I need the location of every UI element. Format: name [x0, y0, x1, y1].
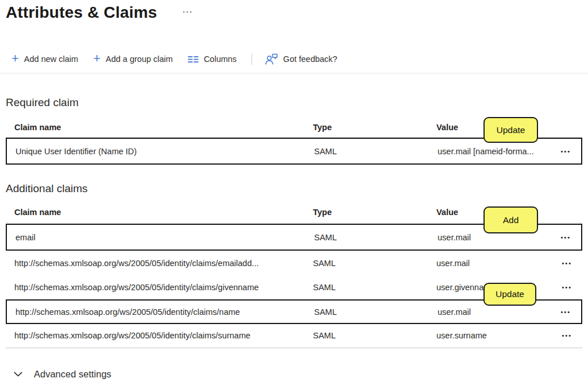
claim-type-cell: SAML	[314, 147, 337, 156]
command-bar: + Add new claim + Add a group claim	[11, 50, 337, 68]
row-context-menu-icon[interactable]: •••	[560, 234, 571, 241]
required-col-value: Value	[436, 123, 458, 132]
add-group-claim-button[interactable]: + Add a group claim	[93, 53, 173, 65]
annotation-update-name: Update	[483, 283, 536, 306]
row-context-menu-icon[interactable]: •••	[562, 260, 572, 267]
required-claim-heading: Required claim	[6, 96, 79, 109]
claim-value-cell: user.surname	[436, 331, 487, 340]
annotation-add-email: Add	[483, 206, 538, 233]
claim-type-cell: SAML	[313, 259, 336, 268]
advanced-settings-label: Advanced settings	[34, 369, 111, 380]
claim-name-cell: http://schemas.xmlsoap.org/ws/2005/05/id…	[16, 307, 240, 317]
required-col-type: Type	[313, 123, 332, 132]
columns-icon	[188, 55, 199, 64]
add-group-claim-label: Add a group claim	[106, 54, 173, 64]
feedback-icon	[265, 53, 278, 65]
claim-name-cell: Unique User Identifier (Name ID)	[16, 147, 137, 156]
claim-value-cell: user.mail	[438, 233, 471, 242]
table-end-rule	[6, 348, 582, 348]
claim-type-cell: SAML	[313, 331, 336, 340]
got-feedback-button[interactable]: Got feedback?	[265, 53, 337, 65]
claim-value-cell: user.mail	[438, 307, 471, 317]
additional-col-claim-name: Claim name	[14, 208, 61, 217]
claim-type-cell: SAML	[314, 307, 337, 317]
plus-icon: +	[11, 53, 19, 64]
chevron-down-icon	[14, 372, 22, 377]
claim-row-emailaddress[interactable]: http://schemas.xmlsoap.org/ws/2005/05/id…	[6, 251, 582, 276]
required-col-claim-name: Claim name	[14, 123, 61, 132]
claim-name-cell: http://schemas.xmlsoap.org/ws/2005/05/id…	[14, 331, 250, 340]
claim-name-cell: http://schemas.xmlsoap.org/ws/2005/05/id…	[14, 283, 259, 292]
page-title: Attributes & Claims	[6, 3, 157, 22]
claim-value-cell: user.mail	[436, 259, 470, 268]
page-more-menu-icon[interactable]: ···	[183, 7, 193, 17]
advanced-settings-expander[interactable]: Advanced settings	[14, 369, 111, 380]
row-context-menu-icon[interactable]: •••	[562, 284, 572, 291]
got-feedback-label: Got feedback?	[283, 54, 337, 64]
claim-row-surname[interactable]: http://schemas.xmlsoap.org/ws/2005/05/id…	[6, 324, 582, 347]
row-context-menu-icon[interactable]: •••	[560, 309, 571, 315]
columns-label: Columns	[204, 54, 237, 64]
columns-button[interactable]: Columns	[188, 54, 237, 64]
claim-name-cell: email	[16, 233, 36, 242]
claim-value-cell: user.mail [nameid-forma...	[438, 147, 534, 156]
claim-type-cell: SAML	[314, 233, 337, 242]
add-new-claim-button[interactable]: + Add new claim	[11, 53, 78, 65]
toolbar-divider	[252, 53, 252, 65]
additional-claims-heading: Additional claims	[6, 182, 88, 195]
row-context-menu-icon[interactable]: •••	[562, 332, 572, 339]
attributes-claims-page: Attributes & Claims ··· + Add new claim …	[0, 0, 588, 386]
additional-col-type: Type	[313, 208, 332, 217]
row-context-menu-icon[interactable]: •••	[560, 148, 571, 155]
claim-name-cell: http://schemas.xmlsoap.org/ws/2005/05/id…	[14, 259, 259, 268]
plus-icon: +	[93, 53, 100, 64]
annotation-update-required: Update	[483, 117, 538, 143]
claim-type-cell: SAML	[313, 283, 336, 292]
additional-col-value: Value	[436, 208, 458, 217]
add-new-claim-label: Add new claim	[24, 54, 78, 64]
toolbar-rule	[0, 73, 588, 73]
